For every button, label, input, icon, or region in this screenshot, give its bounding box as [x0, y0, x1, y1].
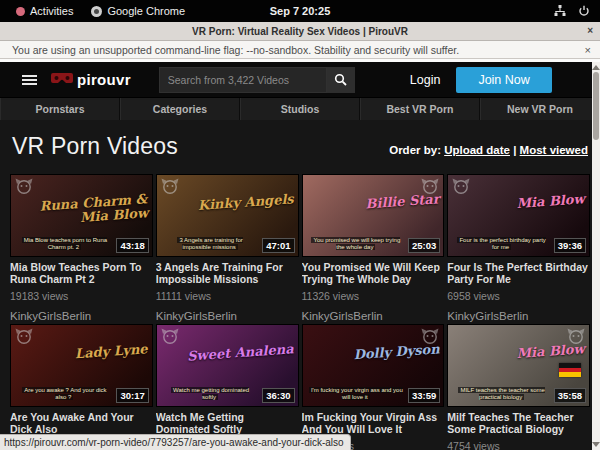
main-nav: PornstarsCategoriesStudiosBest VR PornNe…	[0, 97, 600, 120]
video-studio-link[interactable]: KinkyGirlsBerlin	[10, 310, 153, 322]
video-thumbnail[interactable]: Lady Lyne Are you awake ? And your dick …	[10, 324, 153, 407]
video-title-link[interactable]: Milf Teaches The Teacher Some Practical …	[447, 411, 590, 435]
app-menu-label: Google Chrome	[107, 5, 185, 17]
thumbnail-caption: You promised we will keep trying the who…	[309, 237, 404, 251]
video-view-count: 11111 views	[156, 290, 299, 302]
video-title-link[interactable]: Mia Blow Teaches Porn To Runa Charm Pt 2	[10, 261, 153, 285]
video-duration-badge: 47:01	[262, 238, 294, 253]
tab-close-icon[interactable]: ×	[587, 22, 593, 40]
content-area: VR Porn Videos Order by: Upload date | M…	[0, 133, 600, 450]
activities-label: Activities	[30, 5, 73, 17]
video-title-link[interactable]: You Promised We Will Keep Trying The Who…	[302, 261, 445, 285]
cat-mask-logo-icon	[15, 328, 33, 344]
cat-mask-logo-icon	[452, 178, 470, 194]
video-duration-badge: 36:30	[262, 388, 294, 403]
video-thumbnail[interactable]: Kinky Angels 3 Angels are training for i…	[156, 174, 299, 257]
video-thumbnail[interactable]: Billie Star You promised we will keep tr…	[302, 174, 445, 257]
thumbnail-caption: I'm fucking your virgin ass and you will…	[309, 387, 404, 401]
video-title-link[interactable]: 3 Angels Are Training For Impossible Mis…	[156, 261, 299, 285]
thumbnail-performer-name: Lady Lyne	[11, 342, 148, 366]
thumbnail-caption: MILF teaches the teacher some practical …	[454, 387, 549, 401]
video-thumbnail[interactable]: Sweet Analena Watch me getting dominated…	[156, 324, 299, 407]
video-title-link[interactable]: Im Fucking Your Virgin Ass And You Will …	[302, 411, 445, 435]
cat-mask-logo-icon	[161, 178, 179, 194]
vr-goggles-icon	[51, 73, 73, 86]
video-duration-badge: 35:58	[554, 388, 586, 403]
video-card[interactable]: Lady Lyne Are you awake ? And your dick …	[10, 324, 153, 450]
site-header: pirouvr Login Join Now	[0, 62, 600, 97]
site-logo[interactable]: pirouvr	[51, 71, 131, 88]
video-duration-badge: 25:03	[408, 238, 440, 253]
video-thumbnail[interactable]: Mia Blow Four is the perfect birthday pa…	[447, 174, 590, 257]
login-link[interactable]: Login	[410, 73, 441, 87]
warning-close-icon[interactable]: ×	[585, 44, 591, 56]
thumbnail-performer-name: Billie Star	[302, 192, 439, 216]
thumbnail-performer-name: Sweet Analena	[156, 342, 293, 366]
video-card[interactable]: Kinky Angels 3 Angels are training for i…	[156, 174, 299, 322]
video-view-count: 11326 views	[302, 290, 445, 302]
thumbnail-performer-name: Mia Blow	[448, 192, 585, 216]
thumbnail-caption: Mia Blow teaches porn to Runa Charm pt. …	[17, 237, 112, 251]
page-title: VR Porn Videos	[12, 133, 178, 160]
video-duration-badge: 33:59	[408, 388, 440, 403]
nav-item-best-vr-porn[interactable]: Best VR Porn	[360, 98, 480, 120]
thumbnail-caption: Watch me getting dominated softly	[163, 387, 258, 401]
search-button[interactable]	[327, 67, 355, 93]
video-view-count: 4754 views	[447, 440, 590, 450]
video-duration-badge: 43:18	[116, 238, 148, 253]
scrollbar-thumb[interactable]	[593, 72, 599, 140]
activities-button[interactable]: Activities	[10, 0, 79, 22]
nav-item-studios[interactable]: Studios	[240, 98, 360, 120]
browser-title-bar: VR Porn: Virtual Reality Sex Videos | Pi…	[0, 22, 600, 41]
nav-item-new-vr-porn[interactable]: New VR Porn	[480, 98, 600, 120]
search-input[interactable]	[159, 67, 327, 93]
thumbnail-performer-name: Kinky Angels	[156, 192, 293, 216]
scrollbar-up-arrow-icon[interactable]	[592, 65, 600, 70]
video-card[interactable]: Sweet Analena Watch me getting dominated…	[156, 324, 299, 450]
chrome-icon	[91, 6, 102, 17]
thumbnail-caption: Are you awake ? And your dick also ?	[17, 387, 112, 401]
chrome-warning-bar: You are using an unsupported command-lin…	[0, 41, 600, 59]
video-card[interactable]: Billie Star You promised we will keep tr…	[302, 174, 445, 322]
video-studio-link[interactable]: KinkyGirlsBerlin	[302, 310, 445, 322]
notification-dot-icon	[16, 7, 25, 16]
nav-item-categories[interactable]: Categories	[120, 98, 240, 120]
cat-mask-logo-icon	[161, 328, 179, 344]
video-card[interactable]: Runa Charm & Mia Blow Mia Blow teaches p…	[10, 174, 153, 322]
video-view-count: 19183 views	[10, 290, 153, 302]
thumbnail-caption: Four is the perfect birthday party for m…	[454, 237, 549, 251]
order-by: Order by: Upload date | Most viewed	[389, 144, 588, 156]
cat-mask-logo-icon	[15, 178, 33, 194]
video-studio-link[interactable]: KinkyGirlsBerlin	[156, 310, 299, 322]
scrollbar-down-arrow-icon[interactable]	[592, 442, 600, 447]
network-icon[interactable]	[554, 5, 566, 17]
app-menu-google-chrome[interactable]: Google Chrome	[85, 0, 191, 22]
video-duration-badge: 39:36	[554, 238, 586, 253]
video-thumbnail[interactable]: Dolly Dyson I'm fucking your virgin ass …	[302, 324, 445, 407]
video-title-link[interactable]: Four Is The Perfect Birthday Party For M…	[447, 261, 590, 285]
video-card[interactable]: Mia Blow Four is the perfect birthday pa…	[447, 174, 590, 322]
power-icon[interactable]	[578, 5, 590, 17]
video-card[interactable]: Mia Blow MILF teaches the teacher some p…	[447, 324, 590, 450]
order-by-label: Order by:	[389, 144, 441, 156]
video-grid: Runa Charm & Mia Blow Mia Blow teaches p…	[10, 174, 590, 450]
nav-item-pornstars[interactable]: Pornstars	[0, 98, 120, 120]
site-logo-text: pirouvr	[77, 71, 131, 88]
video-thumbnail[interactable]: Mia Blow MILF teaches the teacher some p…	[447, 324, 590, 407]
video-card[interactable]: Dolly Dyson I'm fucking your virgin ass …	[302, 324, 445, 450]
order-most-viewed-link[interactable]: Most viewed	[520, 144, 588, 156]
video-studio-link[interactable]: KinkyGirlsBerlin	[447, 310, 590, 322]
thumbnail-caption: 3 Angels are training for impossible mis…	[163, 237, 258, 251]
search-icon	[334, 73, 347, 86]
hamburger-menu-icon[interactable]	[22, 73, 37, 87]
status-url-bubble: https://pirouvr.com/vr-porn-video/779325…	[0, 434, 351, 450]
video-title-link[interactable]: Are You Awake And Your Dick Also	[10, 411, 153, 435]
browser-scrollbar[interactable]	[592, 62, 600, 450]
video-view-count: 6958 views	[447, 290, 590, 302]
tab-title: VR Porn: Virtual Reality Sex Videos | Pi…	[192, 26, 408, 37]
join-now-button[interactable]: Join Now	[456, 67, 551, 93]
web-page: pirouvr Login Join Now PornstarsCategori…	[0, 62, 600, 450]
video-title-link[interactable]: Watch Me Getting Dominated Softly	[156, 411, 299, 435]
video-thumbnail[interactable]: Runa Charm & Mia Blow Mia Blow teaches p…	[10, 174, 153, 257]
order-upload-date-link[interactable]: Upload date	[444, 144, 510, 156]
